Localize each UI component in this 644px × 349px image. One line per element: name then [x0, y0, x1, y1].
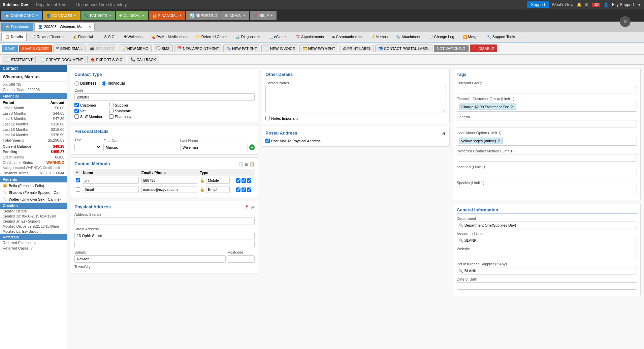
- save-button[interactable]: SAVE: [2, 45, 18, 52]
- nav-admin[interactable]: ⚙ ADMIN ▼: [221, 11, 249, 20]
- statement-button[interactable]: 📄 STATEMENT: [2, 56, 36, 63]
- financial-customer-group-input[interactable]: Charge $2.00 Statement Fee ✕: [457, 102, 637, 112]
- method-1-icon1[interactable]: [236, 187, 240, 192]
- last-name-input[interactable]: [180, 144, 248, 151]
- hear-chip-remove-icon[interactable]: ✕: [497, 139, 501, 143]
- nav-patients[interactable]: 🐾 PATIENTS ▼: [80, 11, 115, 20]
- post-to-physical-label[interactable]: Post Mail To Physical Address: [265, 139, 446, 143]
- postal-print-icon[interactable]: 🖨: [442, 131, 446, 136]
- supplier-checkbox[interactable]: [109, 103, 114, 107]
- sub-tab-diagnostics[interactable]: 🔬 Diagnostics: [232, 33, 264, 41]
- not-watching-button[interactable]: NOT WATCHING: [434, 45, 469, 52]
- patient-walter[interactable]: 🦴 Walter (Unknown Sex - Canine): [0, 196, 67, 203]
- staff-member-checkbox[interactable]: [74, 114, 79, 119]
- pharmacy-checkbox-label[interactable]: Pharmacy: [109, 114, 132, 119]
- notes-important-checkbox[interactable]: [265, 116, 270, 120]
- sub-tab-details[interactable]: 📋 Details: [1, 33, 27, 41]
- tab-close-icon[interactable]: ✕: [88, 25, 91, 29]
- method-1-icon2[interactable]: [242, 187, 246, 192]
- modal-close-button[interactable]: ×: [620, 16, 631, 27]
- method-1-name[interactable]: [83, 186, 139, 193]
- sub-tab-referred-cases[interactable]: 📁 Referred Cases: [192, 33, 231, 41]
- new-payment-button[interactable]: 💳 NEW PAYMENT: [299, 45, 338, 52]
- method-0-phone[interactable]: [141, 177, 197, 184]
- first-name-input[interactable]: [103, 144, 178, 151]
- method-0-icon2[interactable]: [242, 178, 246, 183]
- business-radio[interactable]: [74, 81, 79, 86]
- sub-tab-memos[interactable]: 📝 Memos: [366, 33, 391, 41]
- sub-tab-financial[interactable]: 💰 Financial: [69, 33, 97, 41]
- copy-icon[interactable]: 📋: [250, 162, 255, 167]
- customer-checkbox-label[interactable]: Customer: [74, 103, 102, 107]
- website-input[interactable]: [457, 252, 637, 259]
- method-0-check[interactable]: [76, 178, 80, 182]
- business-radio-label[interactable]: Business: [74, 81, 97, 86]
- individual-radio-label[interactable]: Individual: [102, 81, 125, 86]
- tab-contact[interactable]: 👤 200203 - Wiseman, Ma... ✕: [34, 23, 95, 31]
- support-button[interactable]: Support: [527, 1, 549, 8]
- vet-checkbox[interactable]: [74, 109, 79, 113]
- send-fax-button[interactable]: 📠 SEND FAX: [87, 45, 117, 52]
- new-invoice-button[interactable]: 🧾 NEW INVOICE: [261, 45, 298, 52]
- suburb-input[interactable]: [74, 255, 226, 263]
- printer-icon[interactable]: 🖨: [251, 205, 255, 210]
- nav-clinical[interactable]: ✚ CLINICAL ▼: [116, 11, 148, 20]
- location-pin-icon[interactable]: 📍: [244, 205, 249, 210]
- post-to-physical-checkbox[interactable]: [265, 139, 270, 143]
- nav-financial[interactable]: 💰 FINANCIAL ▼: [149, 11, 185, 20]
- sub-tab-attachment[interactable]: 📎 Attachment: [392, 33, 424, 41]
- tab-dashboard[interactable]: 🏠 Dashboard: [1, 23, 33, 31]
- sub-tab-appointments[interactable]: 📅 Appointments: [292, 33, 327, 41]
- discount-group-input[interactable]: [457, 86, 637, 93]
- syndicate-checkbox-label[interactable]: Syndicate: [109, 109, 132, 113]
- new-memo-button[interactable]: 📝 NEW MEMO: [119, 45, 152, 52]
- nav-reporting[interactable]: 📊 REPORTING: [186, 11, 221, 20]
- sub-tab-change-log[interactable]: 🕒 Change Log: [425, 33, 458, 41]
- sub-tab-wellness[interactable]: ✚ Wellness: [120, 33, 146, 41]
- notes-important-label[interactable]: Notes Important: [265, 116, 446, 120]
- method-0-type[interactable]: [206, 177, 230, 184]
- general-input[interactable]: [457, 120, 637, 127]
- code-input[interactable]: [74, 93, 255, 101]
- callback-button[interactable]: 📞 CALLBACK: [128, 56, 159, 63]
- user-dropdown-icon[interactable]: ▼: [637, 2, 641, 7]
- pet-insurance-input[interactable]: [457, 267, 637, 274]
- sub-tab-support-tools[interactable]: 🔧 Support Tools: [483, 33, 519, 41]
- pharmacy-checkbox[interactable]: [109, 114, 114, 119]
- nav-dashboard[interactable]: 🏠 DASHBOARD ▼: [1, 11, 42, 20]
- method-1-email[interactable]: [141, 186, 197, 193]
- method-0-icon1[interactable]: [236, 178, 240, 183]
- scanned-input[interactable]: [457, 170, 637, 177]
- method-1-check[interactable]: [76, 187, 80, 192]
- disable-button[interactable]: 🚫 DISABLE: [470, 45, 497, 52]
- title-select[interactable]: Mr Mrs Ms Dr: [74, 143, 101, 151]
- sub-tab-rvm[interactable]: 💊 RVM - Medications: [147, 33, 191, 41]
- species-input[interactable]: [457, 186, 637, 193]
- sub-tab-related-records[interactable]: 📑 Related Records: [27, 33, 68, 41]
- sms-button[interactable]: 💬 SMS: [153, 45, 173, 52]
- date-of-birth-input[interactable]: [457, 282, 637, 290]
- new-appointment-button[interactable]: 📅 NEW APPOINTMENT: [174, 45, 222, 52]
- method-1-icon3[interactable]: [247, 187, 251, 192]
- send-email-button[interactable]: ✉ SEND EMAIL: [53, 45, 86, 52]
- contact-postal-label-button[interactable]: 📬 CONTACT POSTAL LABEL: [375, 45, 432, 52]
- contact-notes-textarea[interactable]: [265, 86, 446, 113]
- customer-checkbox[interactable]: [74, 103, 79, 107]
- sub-tab-more[interactable]: ...: [519, 33, 530, 41]
- whats-new-link[interactable]: What's New: [552, 2, 573, 7]
- save-close-button[interactable]: SAVE & CLOSE: [19, 45, 52, 52]
- patient-shadow[interactable]: 🦴 Shadow (Female Spayed - Can: [0, 189, 67, 196]
- export-soc-button[interactable]: 📤 EXPORT S.O.C.: [87, 56, 126, 63]
- preferred-contact-method-input[interactable]: [457, 154, 637, 162]
- chip-remove-icon[interactable]: ✕: [511, 105, 514, 109]
- sub-tab-soc[interactable]: + S.O.C.: [97, 33, 119, 41]
- nav-contacts[interactable]: 👤 CONTACTS ▼: [43, 11, 80, 20]
- hear-about-option-input[interactable]: yellow pages (online) ✕: [457, 136, 637, 146]
- method-1-type[interactable]: [206, 186, 230, 193]
- method-0-icon3[interactable]: [247, 178, 251, 183]
- print-label-button[interactable]: 🖨 PRINT LABEL: [340, 45, 374, 52]
- nav-help[interactable]: ❓ HELP ▼: [250, 11, 277, 20]
- vet-checkbox-label[interactable]: Vet: [74, 109, 102, 113]
- street-address-line2-input[interactable]: [74, 241, 255, 248]
- sub-tab-communication[interactable]: ✉ Communication: [328, 33, 365, 41]
